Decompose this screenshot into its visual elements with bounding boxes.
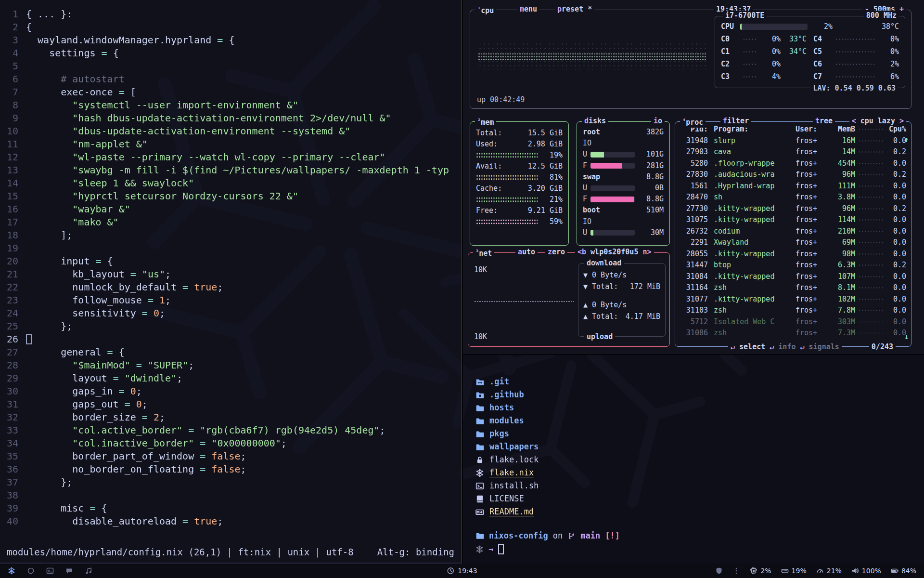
volume-module[interactable]: 100%	[851, 567, 881, 575]
process-row[interactable]: 31948slurpfros+16M0.0	[681, 135, 906, 147]
editor-line[interactable]: 10 "dbus-update-activation-environment -…	[0, 125, 461, 138]
editor-line[interactable]: 3 wayland.windowManager.hyprland = {	[0, 34, 461, 47]
editor-line[interactable]: 32 border_size = 2;	[0, 411, 461, 424]
cpu-box-title[interactable]: ¹cpu	[475, 4, 496, 16]
editor-line[interactable]: 27 general = {	[0, 346, 461, 359]
editor-line[interactable]: 12 "wl-paste --primary --watch wl-copy -…	[0, 151, 461, 164]
editor-line[interactable]: 28 "$mainMod" = "SUPER";	[0, 359, 461, 372]
editor-line[interactable]: 14 "sleep 1 && swaylock"	[0, 177, 461, 190]
process-row[interactable]: 5712Isolated Web Cfros+303M0.0	[681, 316, 906, 328]
editor-line[interactable]: 6 # autostart	[0, 73, 461, 86]
editor-line[interactable]: 9 "hash dbus-update-activation-environme…	[0, 112, 461, 125]
editor-line[interactable]: 18 ];	[0, 229, 461, 242]
info-button[interactable]: info	[778, 342, 796, 351]
process-row[interactable]: 26732codiumfros+210M0.0	[681, 226, 906, 237]
signals-button[interactable]: signals	[809, 342, 839, 351]
editor-line[interactable]: 26	[0, 333, 461, 346]
process-row[interactable]: 31086zshfros+7.3M0.0	[681, 328, 906, 339]
process-row[interactable]: 27903cavafros+14M0.2	[681, 146, 906, 158]
net-device-switcher[interactable]: <b wlp0s20f0u5 n>	[575, 247, 654, 257]
process-row[interactable]: 31447btopfros+6.3M0.2	[681, 260, 906, 271]
process-row[interactable]: 5280.floorp-wrappefros+454M0.0	[681, 158, 906, 170]
process-row[interactable]: 31084.kitty-wrappedfros+107M0.0	[681, 271, 906, 283]
proc-sort-control[interactable]: < cpu lazy >	[849, 116, 906, 126]
editor-line[interactable]: 25 };	[0, 320, 461, 333]
select-button[interactable]: select	[739, 342, 765, 351]
line-number: 40	[0, 515, 26, 528]
menu-button[interactable]: menu	[517, 4, 539, 14]
clock-module[interactable]: 19:43	[447, 567, 477, 575]
editor-line[interactable]: 29 layout = "dwindle";	[0, 372, 461, 385]
app-terminal-button[interactable]	[46, 567, 54, 575]
editor-line[interactable]: 38	[0, 489, 461, 502]
editor-line[interactable]: 40 disable_autoreload = true;	[0, 515, 461, 528]
process-row[interactable]: 27830.audacious-wrafros+96M0.2	[681, 169, 906, 181]
editor-line[interactable]: 4 settings = {	[0, 47, 461, 60]
line-number: 16	[0, 203, 26, 216]
battery-module[interactable]: 84%	[891, 567, 916, 575]
tray-overflow-button[interactable]	[732, 567, 740, 575]
process-row[interactable]: 31075.kitty-wrappedfros+114M0.0	[681, 214, 906, 226]
process-row[interactable]: 1561.Hyprland-wrapfros+111M0.0	[681, 181, 906, 192]
editor-line[interactable]: 23 follow_mouse = 1;	[0, 294, 461, 307]
process-row[interactable]: 31103zshfros+7.8M0.0	[681, 305, 906, 316]
editor-buffer[interactable]: 1{ ... }:2{3 wayland.windowManager.hyprl…	[0, 8, 461, 528]
proc-footer-keys[interactable]: ↵ select ↵ info ↵ signals	[728, 342, 842, 352]
preset-button[interactable]: preset *	[555, 4, 594, 14]
editor-window[interactable]: 1{ ... }:2{3 wayland.windowManager.hyprl…	[0, 0, 462, 564]
disks-box-title[interactable]: disks	[582, 116, 608, 126]
process-row[interactable]: 2291Xwaylandfros+69M0.0	[681, 237, 906, 249]
editor-line[interactable]: 30 gaps_in = 0;	[0, 385, 461, 398]
editor-line[interactable]: 20 input = {	[0, 255, 461, 268]
editor-line[interactable]: 34 "col.inactive_border" = "0x00000000";	[0, 437, 461, 450]
editor-line[interactable]: 24 sensitivity = 0;	[0, 307, 461, 320]
editor-line[interactable]: 31 gaps_out = 0;	[0, 398, 461, 411]
app-music-button[interactable]	[85, 567, 92, 575]
process-row[interactable]: 28055.kitty-wrappedfros+98M0.0	[681, 249, 906, 260]
tray-shield-button[interactable]	[715, 567, 723, 575]
disks-io-toggle[interactable]: io	[651, 116, 665, 126]
editor-line[interactable]: 37 };	[0, 476, 461, 489]
proc-tree-button[interactable]: tree	[813, 116, 835, 126]
editor-line[interactable]: 1{ ... }:	[0, 8, 461, 21]
process-row[interactable]: 31077.kitty-wrappedfros+102M0.0	[681, 294, 906, 305]
btop-window[interactable]: ¹cpu menu preset * 19:43:37 - 500ms + i7…	[462, 0, 924, 355]
editor-line[interactable]: 19	[0, 242, 461, 255]
editor-line[interactable]: 33 "col.active_border" = "rgb(cba6f7) rg…	[0, 424, 461, 437]
editor-line[interactable]: 16 "waybar &"	[0, 203, 461, 216]
process-row[interactable]: 28470shfros+3.8M0.0	[681, 192, 906, 203]
net-auto-button[interactable]: auto	[515, 247, 538, 257]
nixos-menu-button[interactable]	[8, 567, 15, 575]
file-listing: .git.githubhostsmodulespkgswallpapersfla…	[475, 375, 924, 518]
proc-filter-button[interactable]: filter	[720, 116, 751, 126]
editor-line[interactable]: 15 "hyprctl setcursor Nordzy-cursors 22 …	[0, 190, 461, 203]
proc-scroll-up[interactable]: ↑	[904, 134, 909, 145]
line-number: 17	[0, 216, 26, 229]
interval-increase-button[interactable]: +	[899, 5, 904, 13]
editor-line[interactable]: 13 "swaybg -m fill -i $(find ~/Pictures/…	[0, 164, 461, 177]
memory-box-title[interactable]: ²mem	[475, 116, 496, 128]
network-box-title[interactable]: ³net	[473, 247, 494, 259]
editor-line[interactable]: 17 "mako &"	[0, 216, 461, 229]
editor-line[interactable]: 11 "nm-applet &"	[0, 138, 461, 151]
terminal-window[interactable]: .git.githubhostsmodulespkgswallpapersfla…	[462, 355, 924, 564]
editor-line[interactable]: 35 border_part_of_window = false;	[0, 450, 461, 463]
app-browser-button[interactable]	[27, 567, 35, 575]
process-row[interactable]: 27730.kitty-wrappedfros+96M0.2	[681, 203, 906, 215]
process-row[interactable]: 31164zshfros+8.1M0.0	[681, 282, 906, 294]
editor-line[interactable]: 22 numlock_by_default = true;	[0, 281, 461, 294]
editor-line[interactable]: 5	[0, 60, 461, 73]
net-zero-button[interactable]: zero	[545, 247, 567, 257]
editor-line[interactable]: 36 no_border_on_floating = false;	[0, 463, 461, 476]
memory-module[interactable]: 19%	[781, 567, 807, 575]
editor-line[interactable]: 39 misc = {	[0, 502, 461, 515]
editor-line[interactable]: 7 exec-once = [	[0, 86, 461, 99]
editor-line[interactable]: 2{	[0, 21, 461, 34]
cpu-module[interactable]: 2%	[750, 567, 771, 575]
app-messages-button[interactable]	[65, 567, 73, 575]
command-line[interactable]: →	[475, 542, 924, 556]
process-box-title[interactable]: ⁴proc	[680, 116, 706, 128]
editor-line[interactable]: 21 kb_layout = "us";	[0, 268, 461, 281]
editor-line[interactable]: 8 "systemctl --user import-environment &…	[0, 99, 461, 112]
disk-module[interactable]: 21%	[816, 567, 842, 575]
